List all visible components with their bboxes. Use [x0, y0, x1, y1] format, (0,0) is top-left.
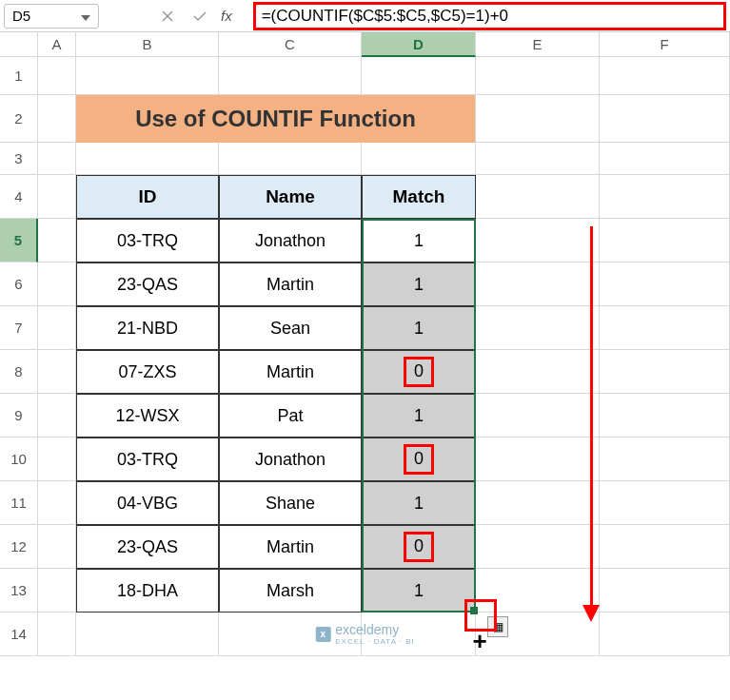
select-all-button[interactable] — [0, 32, 38, 57]
row-header-3[interactable]: 3 — [0, 143, 38, 175]
cell[interactable] — [362, 57, 476, 95]
fx-icon[interactable]: fx — [221, 8, 232, 24]
cell-id[interactable]: 04-VBG — [76, 481, 219, 525]
row-header-7[interactable]: 7 — [0, 306, 38, 350]
cell[interactable] — [38, 394, 76, 438]
cell-match[interactable]: 0 — [362, 525, 476, 569]
cell-match[interactable]: 1 — [362, 219, 476, 262]
cell[interactable] — [476, 481, 600, 525]
row-header-5[interactable]: 5 — [0, 219, 38, 262]
cell[interactable] — [476, 57, 600, 95]
formula-input[interactable]: =(COUNTIF($C$5:$C5,$C5)=1)+0 — [253, 2, 726, 30]
cell-name[interactable]: Jonathon — [219, 438, 362, 481]
row-header-9[interactable]: 9 — [0, 394, 38, 438]
cell-id[interactable]: 07-ZXS — [76, 350, 219, 394]
cell[interactable] — [38, 569, 76, 612]
cell[interactable] — [600, 306, 730, 350]
cell[interactable] — [600, 394, 730, 438]
cell[interactable] — [38, 262, 76, 306]
cell-name[interactable]: Marsh — [219, 569, 362, 612]
cell[interactable] — [362, 143, 476, 175]
cell[interactable] — [600, 175, 730, 219]
cell[interactable] — [600, 95, 730, 143]
row-header-4[interactable]: 4 — [0, 175, 38, 219]
row-header-12[interactable]: 12 — [0, 525, 38, 569]
row-header-8[interactable]: 8 — [0, 350, 38, 394]
cell[interactable] — [476, 175, 600, 219]
cell[interactable] — [476, 143, 600, 175]
cell[interactable] — [476, 394, 600, 438]
col-header-a[interactable]: A — [38, 32, 76, 57]
cell-name[interactable]: Martin — [219, 262, 362, 306]
cell-match[interactable]: 1 — [362, 569, 476, 612]
cell-id[interactable]: 18-DHA — [76, 569, 219, 612]
cell-name[interactable]: Shane — [219, 481, 362, 525]
col-header-e[interactable]: E — [476, 32, 600, 57]
col-header-b[interactable]: B — [76, 32, 219, 57]
cell[interactable] — [219, 57, 362, 95]
cell[interactable] — [38, 350, 76, 394]
cell-match[interactable]: 1 — [362, 394, 476, 438]
confirm-icon[interactable] — [188, 5, 211, 28]
cell[interactable] — [38, 175, 76, 219]
cell[interactable] — [476, 262, 600, 306]
cell-id[interactable]: 23-QAS — [76, 525, 219, 569]
cell[interactable] — [76, 57, 219, 95]
cell[interactable] — [476, 219, 600, 262]
cell[interactable] — [38, 438, 76, 481]
header-id[interactable]: ID — [76, 175, 219, 219]
cell[interactable] — [600, 262, 730, 306]
cell-id[interactable]: 23-QAS — [76, 262, 219, 306]
cell[interactable] — [600, 219, 730, 262]
title-cell[interactable]: Use of COUNTIF Function — [76, 95, 476, 143]
cell[interactable] — [38, 481, 76, 525]
cell[interactable] — [600, 612, 730, 656]
cell[interactable] — [600, 569, 730, 612]
col-header-d[interactable]: D — [362, 32, 476, 57]
cell[interactable] — [600, 438, 730, 481]
cell[interactable] — [219, 143, 362, 175]
cell-match[interactable]: 0 — [362, 350, 476, 394]
col-header-f[interactable]: F — [600, 32, 730, 57]
cell[interactable] — [600, 525, 730, 569]
row-header-13[interactable]: 13 — [0, 569, 38, 612]
cell[interactable] — [38, 612, 76, 656]
cell[interactable] — [38, 95, 76, 143]
cancel-icon[interactable] — [156, 5, 179, 28]
cell[interactable] — [476, 350, 600, 394]
cell-name[interactable]: Martin — [219, 525, 362, 569]
cell-id[interactable]: 21-NBD — [76, 306, 219, 350]
row-header-2[interactable]: 2 — [0, 95, 38, 143]
cell-match[interactable]: 1 — [362, 306, 476, 350]
cell-name[interactable]: Martin — [219, 350, 362, 394]
cell-name[interactable]: Sean — [219, 306, 362, 350]
cell[interactable] — [38, 219, 76, 262]
chevron-down-icon[interactable] — [81, 8, 90, 24]
cell-id[interactable]: 03-TRQ — [76, 438, 219, 481]
cell[interactable] — [76, 612, 219, 656]
cell[interactable] — [600, 481, 730, 525]
col-header-c[interactable]: C — [219, 32, 362, 57]
cell-name[interactable]: Pat — [219, 394, 362, 438]
cell[interactable] — [476, 525, 600, 569]
row-header-6[interactable]: 6 — [0, 262, 38, 306]
header-name[interactable]: Name — [219, 175, 362, 219]
row-header-14[interactable]: 14 — [0, 612, 38, 656]
cell-match[interactable]: 1 — [362, 481, 476, 525]
cell[interactable] — [38, 306, 76, 350]
cell[interactable] — [38, 525, 76, 569]
cell-name[interactable]: Jonathon — [219, 219, 362, 262]
cell-match[interactable]: 1 — [362, 262, 476, 306]
cell[interactable] — [600, 350, 730, 394]
row-header-11[interactable]: 11 — [0, 481, 38, 525]
cell[interactable] — [476, 306, 600, 350]
name-box[interactable]: D5 — [4, 4, 99, 29]
row-header-10[interactable]: 10 — [0, 438, 38, 481]
cell[interactable] — [38, 143, 76, 175]
cell-id[interactable]: 03-TRQ — [76, 219, 219, 262]
row-header-1[interactable]: 1 — [0, 57, 38, 95]
cell[interactable] — [600, 143, 730, 175]
cell[interactable] — [476, 438, 600, 481]
cell-match[interactable]: 0 — [362, 438, 476, 481]
cell[interactable] — [38, 57, 76, 95]
